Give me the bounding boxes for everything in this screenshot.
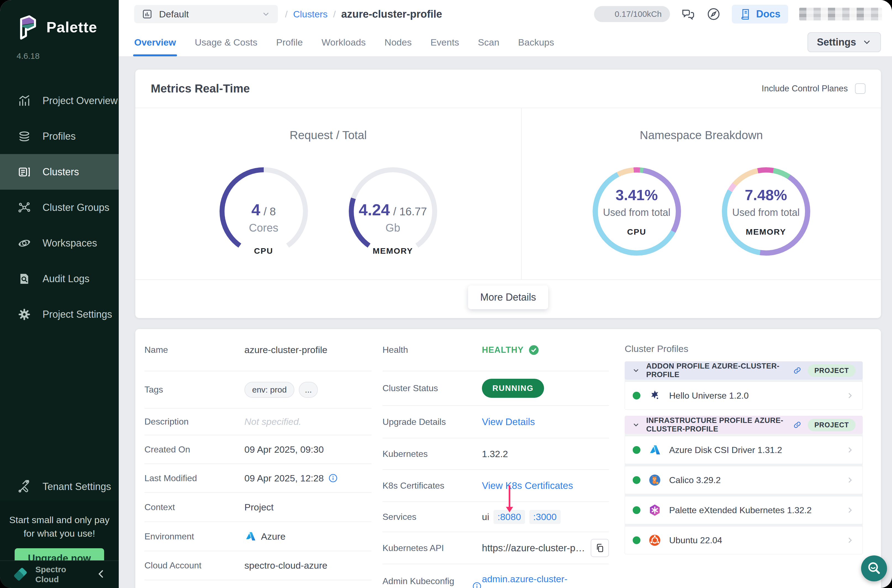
docs-button[interactable]: Docs: [732, 5, 788, 24]
request-total-title: Request / Total: [135, 129, 521, 142]
tags-more-chip[interactable]: ...: [299, 382, 318, 398]
chat-button[interactable]: [681, 7, 695, 21]
profile-pack-azure-disk-csi[interactable]: Azure Disk CSI Driver 1.31.2: [625, 436, 863, 464]
divider: [135, 279, 881, 280]
info-icon[interactable]: [472, 581, 482, 588]
profile-pack-ubuntu[interactable]: Ubuntu 22.04: [625, 526, 863, 554]
cpu-gauge-label: CPU: [219, 246, 308, 256]
bar-chart-icon: [18, 94, 31, 107]
app-name: Palette: [47, 18, 97, 36]
kubeconfig-download-link[interactable]: admin.azure-cluster- profile.kubeconfig: [482, 572, 568, 588]
sidebar-item-audit-logs[interactable]: Audit Logs: [0, 261, 119, 297]
tab-events[interactable]: Events: [431, 28, 459, 56]
link-icon[interactable]: [793, 366, 802, 375]
request-total-panel: Request / Total 4 / 8 Cores: [135, 108, 521, 279]
explore-button[interactable]: [706, 7, 721, 21]
context-value: Project: [245, 502, 371, 513]
namespace-cpu-caption: Used from total: [603, 207, 670, 218]
user-name-redacted[interactable]: [799, 8, 882, 20]
metrics-card: Metrics Real-Time Include Control Planes…: [135, 70, 881, 318]
palette-logo[interactable]: Palette: [0, 0, 119, 40]
sidebar-item-profiles[interactable]: Profiles: [0, 118, 119, 154]
infrastructure-profile-group: INFRASTRUCTURE PROFILE AZURE-CLUSTER-PRO…: [625, 416, 863, 554]
more-details-button[interactable]: More Details: [468, 285, 548, 309]
sidebar-item-label: Project Overview: [42, 95, 118, 106]
view-k8s-certificates-link[interactable]: View K8s Certificates: [482, 480, 573, 491]
sidebar-item-tenant-settings[interactable]: Tenant Settings: [0, 469, 119, 504]
status-row-cluster-status: Cluster Status RUNNING: [383, 371, 609, 406]
status-dot: [633, 446, 640, 454]
tab-backups[interactable]: Backups: [518, 28, 554, 56]
tools-icon: [18, 480, 31, 494]
settings-button[interactable]: Settings: [808, 32, 881, 52]
addon-profile-header[interactable]: ADDON PROFILE AZURE-CLUSTER-PROFILE PROJ…: [625, 362, 863, 380]
tab-overview[interactable]: Overview: [134, 28, 176, 56]
sidebar-item-label: Project Settings: [42, 309, 112, 320]
collapse-sidebar-icon[interactable]: [96, 568, 107, 580]
tab-workloads[interactable]: Workloads: [321, 28, 366, 56]
brand-bar: Spectro Cloud: [0, 560, 119, 588]
book-icon: [740, 8, 752, 20]
tab-scan[interactable]: Scan: [478, 28, 500, 56]
breadcrumb-link-clusters[interactable]: Clusters: [293, 9, 327, 20]
breadcrumb-current: azure-cluster-profile: [341, 8, 442, 20]
tab-usage-costs[interactable]: Usage & Costs: [195, 28, 257, 56]
detail-row-environment: Environment Azure: [144, 522, 371, 551]
info-icon[interactable]: [328, 473, 338, 483]
detail-row-description: Description Not specified.: [144, 409, 371, 435]
chat-icon: [681, 7, 695, 21]
copy-button[interactable]: [591, 539, 609, 557]
audit-log-icon: [18, 272, 31, 285]
status-row-upgrade: Upgrade Details View Details: [383, 406, 609, 438]
annotation-arrow: [509, 485, 511, 507]
gear-icon: [18, 308, 31, 321]
sidebar-nav: Project Overview Profiles Clusters Clust…: [0, 83, 119, 332]
include-control-planes-checkbox[interactable]: [855, 83, 865, 94]
sidebar-item-cluster-groups[interactable]: Cluster Groups: [0, 190, 119, 225]
include-control-planes-label: Include Control Planes: [762, 84, 848, 94]
sidebar-item-label: Clusters: [42, 166, 79, 178]
namespace-breakdown-title: Namespace Breakdown: [522, 129, 881, 142]
namespace-memory-donut: 7.48% Used from total MEMORY: [722, 167, 810, 256]
running-status-badge: RUNNING: [482, 379, 544, 398]
namespace-memory-label: MEMORY: [746, 227, 786, 237]
sidebar-item-workspaces[interactable]: Workspaces: [0, 225, 119, 261]
project-icon: [141, 8, 153, 20]
namespace-cpu-donut: 3.41% Used from total CPU: [593, 167, 681, 256]
memory-gauge: 4.24 / 16.77 Gb MEMORY: [349, 167, 437, 256]
tag-chip[interactable]: env: prod: [245, 382, 294, 398]
detail-row-tags: Tags env: prod ...: [144, 371, 371, 409]
service-port-3000-link[interactable]: :3000: [529, 510, 561, 524]
namespace-cpu-label: CPU: [627, 227, 646, 237]
tab-nodes[interactable]: Nodes: [384, 28, 411, 56]
sidebar-item-label: Profiles: [42, 130, 76, 142]
profile-pack-calico[interactable]: Calico 3.29.2: [625, 466, 863, 494]
profile-pack-hello-universe[interactable]: Hello Universe 1.2.0: [625, 381, 863, 410]
nodes-icon: [18, 201, 31, 214]
status-row-health: Health HEALTHY: [383, 329, 609, 371]
cpu-unit: Cores: [249, 222, 278, 234]
main-content: Metrics Real-Time Include Control Planes…: [119, 57, 892, 588]
view-details-link[interactable]: View Details: [482, 416, 535, 428]
calico-icon: [648, 473, 661, 487]
cpu-request-value: 4: [251, 200, 260, 219]
sidebar-item-project-overview[interactable]: Project Overview: [0, 83, 119, 118]
promo-text: Start small and only pay for what you us…: [0, 513, 119, 540]
last-modified-value: 09 Apr 2025, 12:28: [245, 473, 324, 484]
project-selector[interactable]: Default: [134, 5, 278, 23]
chevron-down-icon: [862, 38, 872, 47]
sidebar-item-clusters[interactable]: Clusters: [0, 154, 119, 190]
metrics-title: Metrics Real-Time: [151, 82, 250, 95]
tab-profile[interactable]: Profile: [276, 28, 303, 56]
profile-pack-palette-extended-kubernetes[interactable]: Palette eXtended Kubernetes 1.32.2: [625, 496, 863, 524]
ubuntu-icon: [648, 534, 661, 547]
support-search-fab[interactable]: [861, 555, 887, 581]
spectro-cloud-logo-icon: [11, 566, 29, 584]
chevron-down-icon: [632, 421, 640, 429]
sidebar-item-project-settings[interactable]: Project Settings: [0, 297, 119, 332]
infrastructure-profile-header[interactable]: INFRASTRUCTURE PROFILE AZURE-CLUSTER-PRO…: [625, 416, 863, 434]
link-icon[interactable]: [793, 420, 802, 429]
details-column: Name azure-cluster-profile Tags env: pro…: [144, 329, 371, 588]
sidebar-item-label: Tenant Settings: [42, 481, 111, 492]
include-control-planes[interactable]: Include Control Planes: [762, 83, 865, 94]
